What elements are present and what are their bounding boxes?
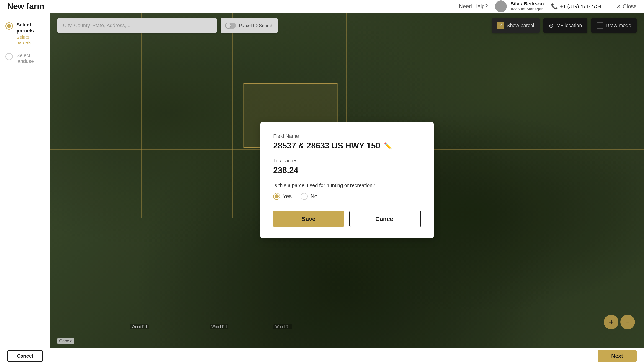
phone-icon: 📞 <box>551 3 558 10</box>
close-button[interactable]: ✕ Close <box>616 3 637 10</box>
sidebar-step-1: Select parcels Select parcels <box>6 22 44 45</box>
user-section: Silas Berkson Account Manager <box>495 1 544 12</box>
bottom-cancel-button[interactable]: Cancel <box>7 350 43 362</box>
sidebar-step-2: Select landuse <box>6 53 44 64</box>
modal-save-button[interactable]: Save <box>273 211 344 227</box>
map-area: City, County, State, Address, ... Parcel… <box>50 13 644 347</box>
step-2-main-label: Select landuse <box>16 53 44 64</box>
step-1-main-label: Select parcels <box>16 22 44 34</box>
phone-number: +1 (319) 471-2754 <box>560 4 602 9</box>
radio-yes-label: Yes <box>283 193 292 200</box>
field-name-row: 28537 & 28633 US HWY 150 ✏️ <box>273 141 421 151</box>
user-info: Silas Berkson Account Manager <box>510 1 544 12</box>
modal-actions: Save Cancel <box>273 211 421 227</box>
field-name-label: Field Name <box>273 133 421 139</box>
edit-field-name-icon[interactable]: ✏️ <box>384 142 392 150</box>
total-acres-label: Total acres <box>273 158 421 164</box>
radio-yes-inner <box>274 194 279 198</box>
page-title: New farm <box>7 2 44 11</box>
radio-no-option[interactable]: No <box>301 193 318 200</box>
avatar <box>495 1 507 12</box>
radio-no-outer <box>301 193 308 200</box>
user-role: Account Manager <box>510 7 544 12</box>
header-divider <box>609 2 609 11</box>
radio-no-label: No <box>310 193 318 200</box>
step-1-indicator <box>6 22 13 30</box>
need-help-label: Need Help? <box>459 3 488 10</box>
header-right: Need Help? Silas Berkson Account Manager… <box>459 1 637 12</box>
step-1-labels: Select parcels Select parcels <box>16 22 44 45</box>
sidebar: Select parcels Select parcels Select lan… <box>0 13 50 347</box>
app-header: New farm Need Help? Silas Berkson Accoun… <box>0 0 644 13</box>
bottom-next-button[interactable]: Next <box>598 350 637 362</box>
bottom-bar: Cancel Next <box>0 347 644 364</box>
total-acres-value: 238.24 <box>273 166 421 175</box>
hunting-radio-group: Yes No <box>273 193 421 200</box>
step-2-labels: Select landuse <box>16 53 44 64</box>
hunting-recreation-question: Is this a parcel used for hunting or rec… <box>273 182 421 188</box>
user-name: Silas Berkson <box>510 1 544 7</box>
close-icon: ✕ <box>616 3 621 10</box>
step-2-indicator <box>6 53 13 60</box>
phone-section: 📞 +1 (319) 471-2754 <box>551 3 602 10</box>
field-name-modal: Field Name 28537 & 28633 US HWY 150 ✏️ T… <box>260 122 434 238</box>
modal-cancel-button[interactable]: Cancel <box>349 211 421 227</box>
step-1-inner <box>7 24 11 28</box>
radio-yes-option[interactable]: Yes <box>273 193 292 200</box>
step-1-sub-label[interactable]: Select parcels <box>16 35 44 45</box>
field-name-value: 28537 & 28633 US HWY 150 <box>273 141 380 151</box>
close-label: Close <box>623 3 637 10</box>
modal-overlay: Field Name 28537 & 28633 US HWY 150 ✏️ T… <box>50 13 644 347</box>
radio-yes-outer <box>273 193 280 200</box>
